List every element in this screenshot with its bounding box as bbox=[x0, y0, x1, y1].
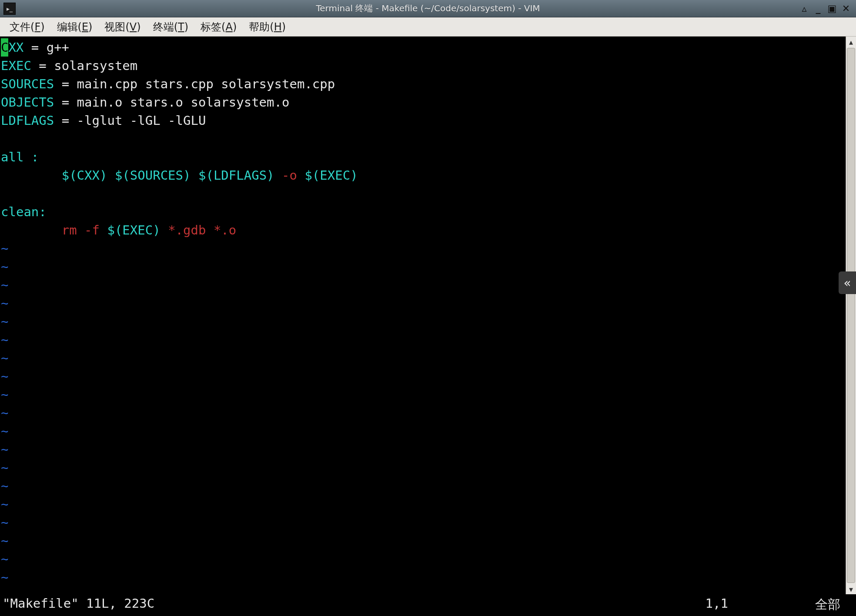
vim-empty-line-tilde: ~ bbox=[1, 497, 8, 512]
vim-empty-line-tilde: ~ bbox=[1, 278, 8, 292]
menu-file[interactable]: 文件(F) bbox=[3, 18, 51, 36]
make-target-clean: clean: bbox=[1, 204, 47, 219]
status-file-info: "Makefile" 11L, 223C bbox=[3, 596, 154, 613]
vim-empty-line-tilde: ~ bbox=[1, 533, 8, 548]
vim-empty-line-tilde: ~ bbox=[1, 552, 8, 566]
menu-tabs[interactable]: 标签(A) bbox=[194, 18, 243, 36]
vim-cursor: C bbox=[1, 38, 8, 57]
scrollbar-thumb[interactable] bbox=[847, 48, 855, 583]
status-scroll-pct: 全部 bbox=[815, 596, 840, 613]
vim-empty-line-tilde: ~ bbox=[1, 259, 8, 274]
make-var-EXEC: EXEC bbox=[1, 58, 31, 73]
minimize-button[interactable]: _ bbox=[813, 3, 824, 14]
vim-empty-line-tilde: ~ bbox=[1, 515, 8, 530]
terminal-window: ▸_ Terminal 终端 - Makefile (~/Code/solars… bbox=[0, 0, 856, 616]
vim-empty-line-tilde: ~ bbox=[1, 369, 8, 384]
vim-empty-line-tilde: ~ bbox=[1, 479, 8, 493]
vim-empty-line-tilde: ~ bbox=[1, 314, 8, 329]
vim-empty-line-tilde: ~ bbox=[1, 332, 8, 347]
terminal-app-icon: ▸_ bbox=[3, 3, 16, 15]
vim-empty-line-tilde: ~ bbox=[1, 387, 8, 402]
vim-empty-line-tilde: ~ bbox=[1, 241, 8, 256]
menubar: 文件(F) 编辑(E) 视图(V) 终端(T) 标签(A) 帮助(H) bbox=[0, 17, 856, 37]
scroll-down-arrow-icon[interactable]: ▾ bbox=[846, 584, 856, 594]
menu-view[interactable]: 视图(V) bbox=[98, 18, 147, 36]
side-collapse-tab[interactable]: « bbox=[839, 271, 856, 294]
vim-empty-line-tilde: ~ bbox=[1, 460, 8, 475]
vertical-scrollbar[interactable]: ▴ ▾ bbox=[846, 37, 856, 594]
vim-empty-line-tilde: ~ bbox=[1, 405, 8, 420]
menu-help[interactable]: 帮助(H) bbox=[243, 18, 292, 36]
editor-area: CXX = g++ EXEC = solarsystem SOURCES = m… bbox=[0, 37, 856, 594]
window-controls: ▵ _ ▣ ✕ bbox=[799, 3, 856, 14]
vim-empty-line-tilde: ~ bbox=[1, 570, 8, 585]
titlebar[interactable]: ▸_ Terminal 终端 - Makefile (~/Code/solars… bbox=[0, 0, 856, 17]
vim-empty-line-tilde: ~ bbox=[1, 424, 8, 439]
close-button[interactable]: ✕ bbox=[840, 3, 852, 14]
vim-empty-line-tilde: ~ bbox=[1, 351, 8, 365]
menu-edit[interactable]: 编辑(E) bbox=[51, 18, 99, 36]
vim-empty-line-tilde: ~ bbox=[1, 296, 8, 311]
status-cursor-pos: 1,1 bbox=[706, 596, 728, 613]
vim-text-buffer[interactable]: CXX = g++ EXEC = solarsystem SOURCES = m… bbox=[0, 37, 846, 594]
scroll-up-arrow-icon[interactable]: ▴ bbox=[846, 37, 856, 47]
shade-button[interactable]: ▵ bbox=[799, 3, 810, 14]
make-var-CXX: XX bbox=[8, 40, 23, 55]
maximize-button[interactable]: ▣ bbox=[826, 3, 838, 14]
make-var-LDFLAGS: LDFLAGS bbox=[1, 113, 54, 128]
menu-terminal[interactable]: 终端(T) bbox=[147, 18, 194, 36]
make-target-all: all : bbox=[1, 150, 39, 164]
chevron-left-icon: « bbox=[843, 276, 851, 290]
make-var-SOURCES: SOURCES bbox=[1, 77, 54, 91]
window-title: Terminal 终端 - Makefile (~/Code/solarsyst… bbox=[0, 3, 856, 14]
vim-empty-line-tilde: ~ bbox=[1, 442, 8, 457]
vim-statusline: "Makefile" 11L, 223C 1,1 全部 bbox=[0, 594, 856, 616]
make-var-OBJECTS: OBJECTS bbox=[1, 95, 54, 110]
